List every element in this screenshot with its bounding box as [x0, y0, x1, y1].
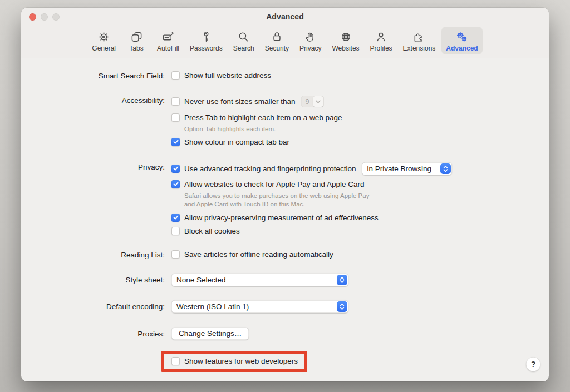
- key-icon: [199, 30, 213, 43]
- close-button[interactable]: [29, 13, 36, 21]
- window-chrome: Advanced General T: [21, 8, 549, 58]
- gears-icon: [455, 30, 469, 43]
- tracking-protection-option[interactable]: Use advanced tracking and fingerprinting…: [171, 162, 452, 175]
- default-encoding-select[interactable]: Western (ISO Latin 1): [171, 300, 348, 313]
- tab-extensions[interactable]: Extensions: [399, 27, 440, 54]
- row-label: Default encoding:: [21, 300, 165, 311]
- stepper-icon: [337, 275, 347, 285]
- tab-label: Privacy: [299, 45, 321, 52]
- min-font-size-checkbox[interactable]: [171, 97, 180, 106]
- search-icon: [237, 30, 250, 43]
- row-label: Style sheet:: [21, 274, 165, 284]
- ad-measurement-checkbox[interactable]: [171, 214, 180, 222]
- tab-label: Security: [265, 45, 289, 52]
- tab-profiles[interactable]: Profiles: [366, 27, 397, 54]
- web-developers-option[interactable]: Show features for web developers: [171, 357, 298, 365]
- apple-pay-checkbox[interactable]: [171, 180, 180, 188]
- option-label: Allow websites to check for Apple Pay an…: [184, 180, 364, 188]
- show-full-address-checkbox[interactable]: [171, 71, 180, 80]
- globe-icon: [339, 30, 352, 43]
- press-tab-note: Option-Tab highlights each item.: [184, 125, 342, 134]
- option-label: Use advanced tracking and fingerprinting…: [184, 165, 356, 173]
- row-label: Privacy:: [21, 162, 165, 171]
- tab-advanced[interactable]: Advanced: [441, 27, 482, 54]
- apple-pay-option[interactable]: Allow websites to check for Apple Pay an…: [171, 180, 452, 188]
- tab-search[interactable]: Search: [229, 27, 259, 54]
- press-tab-option[interactable]: Press Tab to highlight each item on a we…: [171, 113, 342, 122]
- gear-icon: [97, 30, 111, 43]
- tab-privacy[interactable]: Privacy: [295, 27, 326, 54]
- ad-measurement-option[interactable]: Allow privacy-preserving measurement of …: [171, 214, 452, 222]
- tab-label: Tabs: [129, 45, 143, 52]
- style-sheet-select[interactable]: None Selected: [171, 274, 348, 286]
- web-developers-checkbox[interactable]: [171, 357, 180, 365]
- tab-general[interactable]: General: [87, 27, 120, 54]
- window-title: Advanced: [266, 12, 304, 21]
- help-button[interactable]: ?: [526, 357, 540, 371]
- chevron-down-icon: [313, 96, 323, 107]
- reading-list-row: Reading List: Save articles for offline …: [21, 250, 549, 259]
- web-developers-row: Show features for web developers: [21, 355, 549, 372]
- person-icon: [375, 30, 388, 43]
- privacy-row: Privacy: Use advanced tracking and finge…: [21, 162, 549, 235]
- row-label: Smart Search Field:: [21, 71, 165, 80]
- tracking-scope-value: in Private Browsing: [367, 165, 431, 173]
- traffic-lights: [29, 13, 60, 21]
- tab-security[interactable]: Security: [261, 27, 293, 54]
- tab-label: General: [92, 45, 116, 52]
- annotation-highlight-box: Show features for web developers: [161, 351, 307, 372]
- tab-passwords[interactable]: Passwords: [185, 27, 227, 54]
- min-font-size-option[interactable]: Never use font sizes smaller than 9: [171, 96, 342, 107]
- row-label: Accessibility:: [21, 96, 165, 105]
- tab-websites[interactable]: Websites: [327, 27, 363, 54]
- style-sheet-value: None Selected: [176, 276, 226, 284]
- offline-reading-checkbox[interactable]: [171, 250, 180, 259]
- advanced-settings-pane: Smart Search Field: Show full website ad…: [21, 58, 549, 372]
- option-label: Block all cookies: [184, 227, 240, 235]
- option-label: Show features for web developers: [184, 357, 298, 365]
- tracking-protection-checkbox[interactable]: [171, 165, 180, 173]
- accessibility-row: Accessibility: Never use font sizes smal…: [21, 96, 549, 146]
- smart-search-row: Smart Search Field: Show full website ad…: [21, 71, 549, 80]
- autofill-icon: [161, 30, 175, 43]
- font-size-value: 9: [306, 98, 309, 106]
- tab-label: Advanced: [446, 45, 478, 52]
- row-label: Proxies:: [21, 328, 165, 338]
- style-sheet-row: Style sheet: None Selected: [21, 274, 549, 286]
- preferences-toolbar: General Tabs: [21, 26, 549, 54]
- compact-tab-colour-checkbox[interactable]: [171, 138, 180, 146]
- change-settings-button[interactable]: Change Settings…: [171, 328, 249, 340]
- press-tab-checkbox[interactable]: [171, 113, 180, 122]
- font-size-select[interactable]: 9: [301, 96, 324, 107]
- hand-icon: [304, 30, 317, 43]
- tracking-scope-select[interactable]: in Private Browsing: [362, 162, 452, 175]
- tab-label: Websites: [332, 45, 359, 52]
- option-label: Show full website address: [184, 71, 271, 80]
- block-cookies-checkbox[interactable]: [171, 227, 180, 235]
- default-encoding-value: Western (ISO Latin 1): [176, 302, 249, 311]
- tab-tabs[interactable]: Tabs: [122, 27, 151, 54]
- zoom-button[interactable]: [52, 13, 60, 21]
- desktop: { "window": { "title": "Advanced", "help…: [0, 0, 570, 392]
- safari-preferences-window: Advanced General T: [21, 8, 549, 381]
- tab-autofill[interactable]: AutoFill: [153, 27, 184, 54]
- option-label: Show colour in compact tab bar: [184, 138, 289, 146]
- row-label: Reading List:: [21, 250, 165, 259]
- offline-reading-option[interactable]: Save articles for offline reading automa…: [171, 250, 333, 259]
- compact-tab-colour-option[interactable]: Show colour in compact tab bar: [171, 138, 342, 146]
- tab-label: Extensions: [403, 45, 436, 52]
- tabs-icon: [130, 30, 143, 43]
- apple-pay-note: Safari allows you to make purchases on t…: [184, 192, 452, 209]
- minimize-button[interactable]: [41, 13, 48, 21]
- option-label: Press Tab to highlight each item on a we…: [184, 113, 342, 122]
- option-label: Never use font sizes smaller than: [184, 97, 296, 106]
- tab-label: AutoFill: [157, 45, 179, 52]
- option-label: Allow privacy-preserving measurement of …: [184, 214, 379, 222]
- tab-label: Search: [233, 45, 254, 52]
- lock-icon: [270, 30, 283, 43]
- block-cookies-option[interactable]: Block all cookies: [171, 227, 452, 235]
- show-full-address-option[interactable]: Show full website address: [171, 71, 271, 80]
- stepper-icon: [440, 163, 451, 174]
- tab-label: Passwords: [190, 45, 223, 52]
- option-label: Save articles for offline reading automa…: [184, 250, 333, 259]
